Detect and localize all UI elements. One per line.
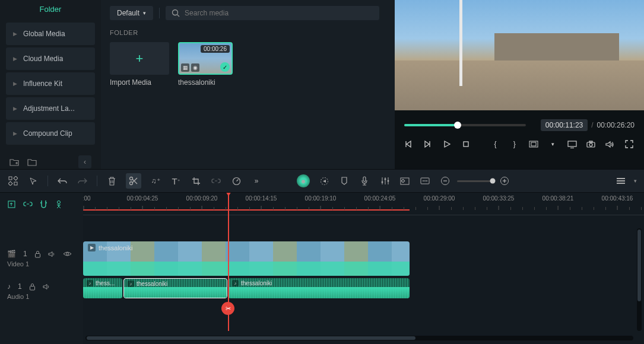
voiceover-icon[interactable] [359, 175, 370, 187]
aspect-ratio-button[interactable] [529, 141, 538, 148]
ai-assistant-button[interactable]: ☻ [297, 174, 310, 187]
play-icon: ▶ [88, 244, 96, 251]
camera-icon: ◉ [191, 63, 199, 72]
media-clip-thessaloniki[interactable]: 00:00:26 ▦◉ ✓ [178, 42, 233, 75]
svg-rect-12 [8, 181, 12, 186]
more-icon[interactable]: » [250, 175, 262, 187]
preview-current-time: 00:00:11:23 [541, 119, 588, 131]
layout-icon[interactable] [7, 175, 19, 187]
svg-point-26 [424, 180, 426, 181]
redo-button[interactable] [77, 175, 88, 187]
clip-used-check-icon: ✓ [220, 62, 230, 72]
clip-name-label: thessaloniki [178, 78, 233, 87]
svg-point-19 [381, 181, 383, 183]
link-icon[interactable] [210, 175, 222, 187]
caption-icon[interactable] [419, 175, 431, 187]
mute-icon[interactable] [43, 284, 50, 290]
display-button[interactable] [567, 141, 577, 148]
sidebar-folder-header[interactable]: Folder [6, 0, 95, 18]
chevron-down-icon[interactable]: ▾ [634, 178, 637, 184]
zoom-in-button[interactable] [499, 175, 510, 187]
play-button[interactable] [443, 140, 452, 148]
import-media-button[interactable]: + [110, 42, 169, 75]
audio-clip-1[interactable]: ♪thess... [83, 278, 122, 298]
timeline: 🎬 1 Video 1 ♪ 1 Audio 1 00:0000:00:04:25… [0, 193, 644, 344]
sidebar: Folder ▶Global Media ▶Cloud Media ▶Influ… [0, 0, 101, 169]
cursor-icon[interactable] [27, 175, 39, 187]
svg-point-20 [384, 179, 386, 180]
svg-point-37 [58, 200, 61, 203]
new-folder-icon[interactable] [9, 158, 19, 166]
lock-icon[interactable] [34, 250, 41, 258]
timeline-link-icon[interactable] [23, 201, 33, 207]
mixer-icon[interactable] [379, 175, 391, 187]
sort-dropdown[interactable]: Default▾ [110, 6, 153, 20]
mute-icon[interactable] [48, 251, 56, 257]
svg-rect-18 [363, 177, 366, 181]
zoom-slider[interactable] [457, 180, 493, 182]
sidebar-item-global-media[interactable]: ▶Global Media [6, 23, 95, 45]
next-frame-button[interactable] [423, 140, 433, 148]
audio-track-icon: ♪ [7, 282, 11, 291]
video-track-header[interactable]: 🎬 1 Video 1 [0, 240, 83, 277]
text-button[interactable]: T⁺ [170, 175, 182, 187]
search-input[interactable] [185, 9, 373, 17]
plus-icon: + [136, 51, 144, 66]
search-box[interactable] [166, 6, 379, 20]
snapshot-button[interactable] [586, 141, 596, 148]
list-view-icon[interactable] [615, 175, 627, 187]
split-marker-icon[interactable]: ✂ [221, 302, 234, 315]
preview-seek-slider[interactable] [404, 116, 526, 134]
timeline-h-scrollbar[interactable] [85, 336, 633, 340]
crop-button[interactable] [190, 175, 202, 187]
keyframe-panel-icon[interactable] [399, 175, 411, 187]
audio-clip-2[interactable]: ♪thessaloniki [123, 278, 227, 298]
sidebar-item-compound-clip[interactable]: ▶Compound Clip [6, 122, 95, 145]
sidebar-item-influence-kit[interactable]: ▶Influence Kit [6, 72, 95, 95]
mark-in-button[interactable]: { [490, 140, 500, 148]
split-button[interactable] [126, 173, 141, 189]
collapse-sidebar-button[interactable]: ‹ [78, 155, 91, 168]
timeline-tracks-area[interactable]: 00:0000:00:04:2500:00:09:2000:00:14:1500… [83, 193, 644, 344]
ruler-tick: 00:00:19:10 [305, 195, 337, 202]
audio-icon: ♪ [87, 280, 93, 286]
timeline-toolbar: ♫⁺ T⁺ » ☻ ▾ [0, 169, 644, 193]
svg-point-21 [387, 180, 389, 182]
effects-icon[interactable] [318, 175, 330, 187]
prev-frame-button[interactable] [404, 140, 414, 148]
sidebar-item-adjustment-layer[interactable]: ▶Adjustment La... [6, 97, 95, 120]
delete-button[interactable] [106, 175, 118, 187]
video-clip-thessaloniki[interactable]: ▶thessaloniki [83, 241, 410, 276]
timeline-v-scrollbar[interactable] [637, 228, 642, 331]
svg-point-14 [130, 177, 133, 180]
lock-icon[interactable] [29, 283, 36, 291]
ruler-tick: 00:00:43:16 [602, 195, 633, 202]
timeline-ruler[interactable]: 00:0000:00:04:2500:00:09:2000:00:14:1500… [83, 193, 644, 215]
timeline-snap-icon[interactable] [40, 200, 47, 209]
audio-icon: ♪ [128, 281, 134, 287]
svg-line-1 [177, 15, 180, 17]
speed-button[interactable] [230, 175, 242, 187]
timeline-refresh-icon[interactable] [7, 200, 16, 209]
marker-icon[interactable] [338, 175, 350, 187]
preview-viewport[interactable] [395, 0, 644, 110]
video-track[interactable]: ▶thessaloniki [83, 240, 644, 277]
chevron-down-icon[interactable]: ▾ [548, 141, 557, 147]
volume-button[interactable] [605, 141, 615, 148]
stop-button[interactable] [462, 140, 471, 148]
undo-button[interactable] [56, 175, 68, 187]
audio-track-header[interactable]: ♪ 1 Audio 1 [0, 277, 83, 305]
ruler-tick: 00:00:29:00 [424, 195, 455, 202]
audio-track[interactable]: ♪thess... ♪thessaloniki ♪thessaloniki [83, 277, 644, 305]
mark-out-button[interactable]: } [510, 140, 519, 148]
zoom-out-button[interactable] [439, 175, 451, 187]
fullscreen-button[interactable] [625, 140, 635, 148]
visibility-icon[interactable] [63, 251, 72, 257]
audio-beat-icon[interactable]: ♫⁺ [150, 175, 161, 187]
audio-clip-3[interactable]: ♪thessaloniki [229, 278, 410, 298]
sidebar-item-cloud-media[interactable]: ▶Cloud Media [6, 47, 95, 70]
video-icon: ▦ [181, 63, 189, 72]
svg-rect-38 [35, 253, 40, 257]
timeline-auto-icon[interactable] [55, 200, 63, 209]
folder-icon[interactable] [27, 158, 37, 166]
